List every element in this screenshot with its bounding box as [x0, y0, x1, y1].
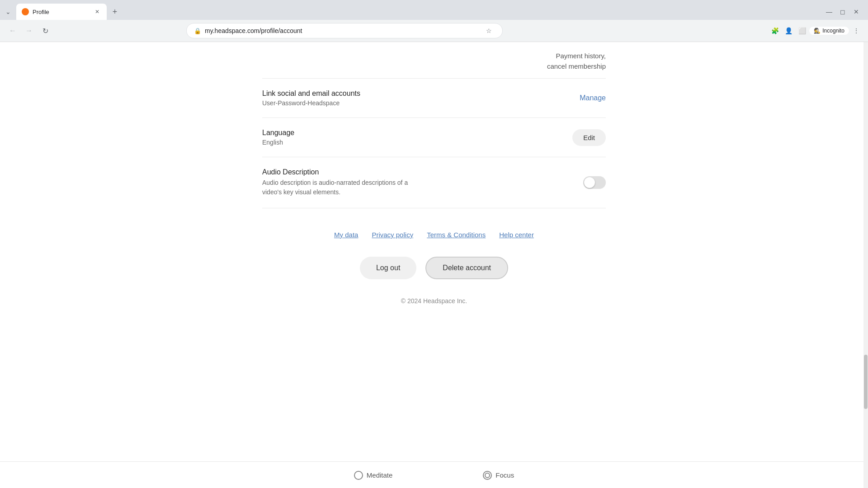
delete-account-button[interactable]: Delete account — [425, 257, 508, 279]
incognito-icon: 🕵 — [814, 28, 821, 34]
copyright-text: © 2024 Headspace Inc. — [262, 293, 606, 318]
address-bar-icons: ☆ — [482, 24, 495, 37]
back-button[interactable]: ← — [5, 23, 20, 38]
bookmark-icon[interactable]: ☆ — [482, 24, 495, 37]
language-label: Language — [262, 129, 572, 137]
url-text: my.headspace.com/profile/account — [205, 27, 479, 34]
lock-icon: 🔒 — [194, 28, 201, 34]
profile-icon[interactable]: 👤 — [782, 24, 795, 37]
billing-line2: cancel membership — [262, 61, 606, 72]
my-data-link[interactable]: My data — [334, 231, 358, 239]
language-edit-button[interactable]: Edit — [572, 129, 606, 146]
language-row: Language English Edit — [262, 118, 606, 157]
language-value: English — [262, 139, 572, 146]
main-content: Payment history, cancel membership Link … — [253, 42, 615, 318]
browser-chrome: ⌄ Profile ✕ + — ◻ ✕ ← → ↻ 🔒 my.headspace… — [0, 0, 868, 42]
tab-bar: ⌄ Profile ✕ + — ◻ ✕ — [0, 0, 868, 20]
audio-description-row: Audio Description Audio description is a… — [262, 157, 606, 208]
incognito-label: Incognito — [822, 28, 844, 34]
scrollbar[interactable] — [863, 42, 868, 488]
terms-conditions-link[interactable]: Terms & Conditions — [427, 231, 486, 239]
toggle-knob — [584, 177, 595, 188]
tab-favicon — [22, 8, 29, 15]
manage-link[interactable]: Manage — [580, 94, 606, 102]
more-options-icon[interactable]: ⋮ — [850, 24, 863, 37]
extensions-icon[interactable]: 🧩 — [769, 24, 781, 37]
meditate-nav-item[interactable]: Meditate — [354, 471, 393, 480]
scrollbar-thumb[interactable] — [864, 355, 868, 409]
audio-description-label: Audio Description — [262, 168, 583, 176]
close-button[interactable]: ✕ — [850, 5, 863, 18]
logout-button[interactable]: Log out — [360, 257, 416, 279]
browser-right-icons: 🧩 👤 ⬜ 🕵 Incognito ⋮ — [769, 24, 863, 37]
action-buttons: Log out Delete account — [262, 252, 606, 293]
split-screen-icon[interactable]: ⬜ — [796, 24, 808, 37]
meditate-icon — [354, 471, 363, 480]
tab-close-button[interactable]: ✕ — [93, 8, 101, 16]
focus-nav-item[interactable]: Focus — [483, 471, 514, 480]
focus-label: Focus — [495, 471, 514, 479]
language-info: Language English — [262, 129, 572, 146]
audio-description-info: Audio Description Audio description is a… — [262, 168, 583, 197]
address-bar-row: ← → ↻ 🔒 my.headspace.com/profile/account… — [0, 20, 868, 42]
privacy-policy-link[interactable]: Privacy policy — [372, 231, 413, 239]
minimize-button[interactable]: — — [823, 5, 835, 18]
meditate-label: Meditate — [367, 471, 393, 479]
help-center-link[interactable]: Help center — [499, 231, 534, 239]
audio-description-toggle[interactable] — [583, 176, 606, 189]
forward-button[interactable]: → — [22, 23, 36, 38]
window-controls: — ◻ ✕ — [823, 5, 868, 18]
tab-title: Profile — [33, 9, 90, 15]
new-tab-button[interactable]: + — [108, 5, 121, 18]
audio-description-text: Audio description is audio-narrated desc… — [262, 178, 583, 197]
social-accounts-row: Link social and email accounts User-Pass… — [262, 79, 606, 118]
social-accounts-info: Link social and email accounts User-Pass… — [262, 89, 580, 107]
social-accounts-label: Link social and email accounts — [262, 89, 580, 98]
billing-line1: Payment history, — [262, 51, 606, 61]
reload-button[interactable]: ↻ — [38, 23, 52, 38]
focus-icon — [483, 471, 492, 480]
social-accounts-value: User-Password-Headspace — [262, 99, 580, 107]
maximize-button[interactable]: ◻ — [836, 5, 849, 18]
footer-links: My data Privacy policy Terms & Condition… — [262, 208, 606, 252]
partial-billing-section: Payment history, cancel membership — [262, 42, 606, 79]
active-tab[interactable]: Profile ✕ — [16, 4, 107, 20]
page-content: Payment history, cancel membership Link … — [0, 42, 868, 488]
address-bar[interactable]: 🔒 my.headspace.com/profile/account ☆ — [186, 23, 503, 38]
incognito-badge: 🕵 Incognito — [809, 27, 849, 35]
bottom-nav: Meditate Focus — [0, 461, 868, 488]
tab-nav-dropdown[interactable]: ⌄ — [1, 5, 15, 19]
